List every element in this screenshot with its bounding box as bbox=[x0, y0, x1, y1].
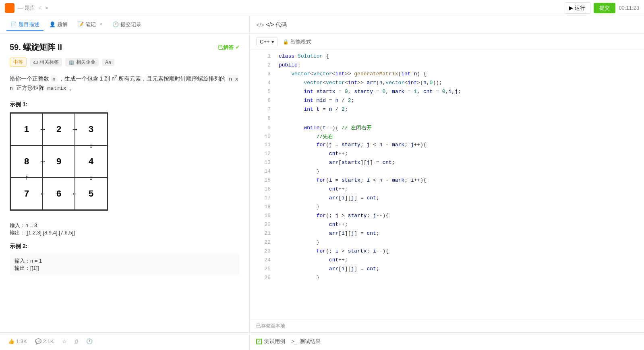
nav-forward[interactable]: > bbox=[45, 5, 48, 11]
code-line-22: 22 } bbox=[250, 239, 644, 248]
tab-bar: 📄 题目描述 👤 题解 📝 笔记 ✕ 🕐 提交记录 bbox=[0, 16, 249, 34]
cell-3-1: 7 ↑ bbox=[10, 178, 43, 210]
code-title-text: </> 代码 bbox=[266, 21, 287, 29]
code-line-3: 3 vector<vector<int>> generateMatrix(int… bbox=[250, 71, 644, 80]
tags-row: 中等 🏷 相关标签 🏢 相关企业 Aa bbox=[10, 58, 240, 67]
description-icon: 📄 bbox=[10, 21, 17, 27]
difficulty-tag[interactable]: 中等 bbox=[10, 58, 27, 67]
check-circle-icon: ✓ bbox=[235, 44, 240, 50]
code-title: </> </> 代码 bbox=[256, 21, 287, 29]
tab-test-results[interactable]: >_ 测试结果 bbox=[292, 338, 321, 345]
left-panel: 📄 题目描述 👤 题解 📝 笔记 ✕ 🕐 提交记录 59. bbox=[0, 16, 250, 350]
arrow-right-8: → bbox=[39, 157, 46, 166]
code-line-13: 13 arr[startx][j] = cnt; bbox=[250, 159, 644, 168]
problem-title-text: 59. 螺旋矩阵 II bbox=[10, 42, 62, 53]
tab-description[interactable]: 📄 题目描述 bbox=[6, 19, 43, 31]
top-bar-left: — 题库 < > bbox=[5, 3, 48, 13]
arrow-left-5: ← bbox=[71, 190, 79, 198]
chevron-down-icon: ▾ bbox=[271, 39, 274, 45]
submit-button[interactable]: 提交 bbox=[594, 3, 615, 13]
language-selector[interactable]: C++ ▾ bbox=[256, 37, 278, 46]
example2-output: 输出：[[1]] bbox=[14, 265, 235, 272]
run-label: 运行 bbox=[575, 4, 585, 12]
star-button[interactable]: ☆ bbox=[62, 338, 67, 344]
related-companies[interactable]: 🏢 相关企业 bbox=[65, 58, 99, 66]
language-label: C++ bbox=[260, 39, 270, 45]
likes-stat[interactable]: 👍 1.3K bbox=[8, 338, 27, 344]
main-container: 📄 题目描述 👤 题解 📝 笔记 ✕ 🕐 提交记录 59. bbox=[0, 16, 644, 350]
smart-mode-label: 智能模式 bbox=[290, 38, 311, 46]
code-line-17: 17 arr[i][j] = cnt; bbox=[250, 195, 644, 204]
spiral-grid: 1 → 2 → 3 ↓ 8 → bbox=[10, 112, 108, 211]
bottom-bar: 👍 1.3K 💬 2.1K ☆ ⎙ 🕐 bbox=[0, 332, 249, 350]
example2-title: 示例 2: bbox=[10, 243, 240, 250]
cell-1-3: 3 ↓ bbox=[75, 113, 107, 145]
star-icon: ☆ bbox=[62, 338, 67, 344]
top-bar-right: ▶ 运行 提交 00:11:23 bbox=[564, 2, 639, 14]
problem-content: 59. 螺旋矩阵 II 已解答 ✓ 中等 🏷 相关标签 🏢 bbox=[0, 34, 249, 332]
submit-label: 提交 bbox=[599, 5, 610, 11]
code-line-4: 4 vector<vector<int>> arr(n,vector<int>(… bbox=[250, 80, 644, 89]
cell-2-1: 8 → bbox=[10, 145, 43, 178]
top-bar: — 题库 < > ▶ 运行 提交 00:11:23 bbox=[0, 0, 644, 16]
cell-2-3: 4 ↓ bbox=[75, 145, 107, 178]
code-line-2: 2 public: bbox=[250, 62, 644, 71]
arrow-right-2: → bbox=[71, 125, 79, 134]
related-tags-label: 相关标签 bbox=[39, 59, 59, 66]
tab-test-cases[interactable]: ✓ 测试用例 bbox=[256, 338, 285, 345]
example1-io: 输入：n = 3 输出：[[1,2,3],[8,9,4],[7,6,5]] bbox=[10, 222, 240, 236]
share-button[interactable]: ⎙ bbox=[75, 338, 78, 344]
code-bracket-icon: </> bbox=[256, 22, 264, 28]
code-line-9: 9 while(t--){ // 左闭右开 bbox=[250, 124, 644, 133]
example1-input: 输入：n = 3 bbox=[10, 222, 240, 229]
arrow-down-4: ↓ bbox=[89, 174, 93, 182]
nav-separator: < bbox=[38, 4, 42, 12]
saved-status: 已存储至本地 bbox=[256, 323, 285, 329]
problem-description: 给你一个正整数 n ，生成一个包含 1 到 n2 所有元素，且元素按顺时针顺序螺… bbox=[10, 73, 240, 93]
like-icon: 👍 bbox=[8, 338, 14, 344]
code-line-8: 8 bbox=[250, 115, 644, 124]
code-line-7: 7 int t = n / 2; bbox=[250, 106, 644, 115]
submissions-icon: 🕐 bbox=[112, 21, 119, 27]
related-tags[interactable]: 🏷 相关标签 bbox=[30, 58, 62, 66]
nav-back[interactable]: — 题库 bbox=[18, 4, 35, 12]
code-line-15: 15 for(i = startx; i < n - mark; i++){ bbox=[250, 177, 644, 186]
code-area[interactable]: 1 class Solution { 2 public: 3 vector<ve… bbox=[250, 50, 644, 319]
test-cases-label: 测试用例 bbox=[264, 338, 285, 345]
test-cases-indicator: ✓ bbox=[256, 339, 262, 344]
tab-submissions[interactable]: 🕐 提交记录 bbox=[108, 19, 145, 31]
run-button[interactable]: ▶ 运行 bbox=[564, 2, 590, 14]
arrow-right-1: → bbox=[39, 125, 46, 134]
tab-solution-label: 题解 bbox=[57, 21, 68, 28]
code-line-18: 18 } bbox=[250, 204, 644, 213]
example2-input: 输入：n = 1 bbox=[14, 257, 235, 265]
cell-1-1: 1 → bbox=[10, 113, 43, 145]
more-button[interactable]: 🕐 bbox=[86, 338, 93, 344]
code-line-21: 21 arr[i][j] = cnt; bbox=[250, 230, 644, 239]
code-line-12: 12 cnt++; bbox=[250, 151, 644, 159]
tab-solution[interactable]: 👤 题解 bbox=[45, 19, 72, 31]
arrow-left-6: ← bbox=[39, 190, 46, 198]
code-line-5: 5 int startx = 0, starty = 0, mark = 1, … bbox=[250, 89, 644, 97]
comments-stat[interactable]: 💬 2.1K bbox=[35, 338, 54, 344]
arrow-down-3: ↓ bbox=[89, 141, 93, 150]
cell-2-2: 9 bbox=[43, 145, 75, 178]
solution-icon: 👤 bbox=[49, 21, 56, 27]
share-icon: ⎙ bbox=[75, 338, 78, 344]
code-line-20: 20 cnt++; bbox=[250, 222, 644, 230]
smart-mode-toggle[interactable]: 🔒 智能模式 bbox=[283, 38, 311, 46]
tab-submissions-label: 提交记录 bbox=[120, 21, 141, 28]
code-line-14: 14 } bbox=[250, 168, 644, 177]
example1-output: 输出：[[1,2,3],[8,9,4],[7,6,5]] bbox=[10, 229, 240, 236]
difficulty-label: 中等 bbox=[13, 59, 23, 66]
cell-1-2: 2 → bbox=[43, 113, 75, 145]
run-result-icon: >_ bbox=[292, 339, 297, 344]
code-line-24: 24 cnt++; bbox=[250, 257, 644, 266]
notes-close-icon[interactable]: ✕ bbox=[99, 22, 103, 27]
solved-text: 已解答 bbox=[218, 44, 234, 51]
code-line-10: 10 //先右 bbox=[250, 133, 644, 142]
arrow-up-7: ↑ bbox=[25, 173, 29, 182]
tab-notes[interactable]: 📝 笔记 ✕ bbox=[73, 19, 107, 31]
font-size-tag[interactable]: Aa bbox=[102, 59, 114, 66]
code-header: </> </> 代码 bbox=[250, 16, 644, 34]
